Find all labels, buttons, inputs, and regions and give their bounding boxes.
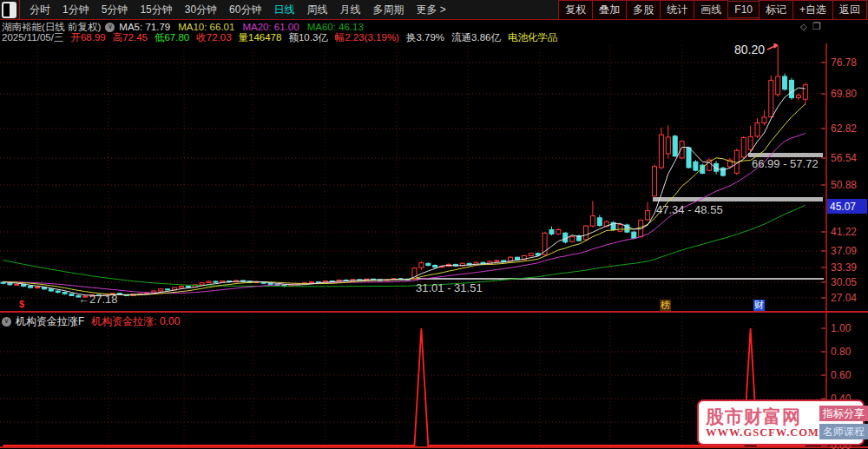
candle-down — [62, 293, 67, 294]
price-axis-label: 69.80 — [831, 88, 857, 100]
candle-down — [597, 218, 602, 226]
candle-up — [762, 117, 766, 123]
toolbar-button-返回[interactable]: 返回 — [832, 0, 867, 20]
candle-up — [803, 85, 807, 100]
price-axis-label: 56.54 — [831, 152, 857, 164]
period-tab-5分钟[interactable]: 5分钟 — [95, 3, 135, 17]
candle-up — [755, 123, 760, 136]
candle-down — [687, 148, 691, 168]
quote-field: 低67.80 — [155, 31, 189, 44]
toolbar-button-统计[interactable]: 统计 — [660, 0, 694, 20]
indicator-header: ∨ 机构资金拉涨F 机构资金拉涨: 0.00 — [2, 314, 180, 329]
high-price-note: 80.20 — [734, 43, 765, 56]
candle-down — [49, 289, 53, 291]
candle-down — [433, 266, 437, 267]
quote-field: 量146478 — [239, 31, 282, 44]
signal-spike-line — [3, 328, 806, 446]
quote-field: 幅2.23(3.19%) — [335, 31, 399, 44]
candle-down — [69, 294, 74, 295]
gap-zone-label: 66.99 - 57.72 — [752, 157, 819, 170]
toolbar-button-复权[interactable]: 复权 — [558, 0, 593, 20]
candle-up — [570, 237, 575, 242]
period-tab-月线[interactable]: 月线 — [333, 3, 366, 17]
candle-up — [207, 281, 211, 283]
candle-up — [15, 284, 19, 285]
price-axis-label: 30.05 — [831, 276, 857, 288]
gap-zone-bar — [414, 278, 824, 280]
toolbar-button-标记[interactable]: 标记 — [759, 0, 793, 20]
candle-up — [741, 138, 746, 157]
price-highlight-label: 45.07 — [830, 201, 856, 213]
signal-axis-label: 1.00 — [831, 322, 852, 334]
candle-up — [200, 283, 204, 285]
main-candlestick-chart[interactable]: 76.7869.8062.8256.5450.8841.2237.0933.39… — [0, 43, 868, 311]
toolbar-button-+自选[interactable]: +自选 — [792, 0, 833, 20]
period-tab-分时[interactable]: 分时 — [23, 3, 56, 17]
candle-down — [166, 289, 170, 290]
candle-down — [426, 263, 431, 265]
dollar-marker[interactable]: $ — [19, 299, 24, 309]
toolbar-button-叠加[interactable]: 叠加 — [592, 0, 627, 20]
candle-up — [556, 230, 561, 234]
signal-axis-label: 0.80 — [831, 346, 852, 358]
candle-up — [159, 289, 163, 291]
period-tab-多周期[interactable]: 多周期 — [366, 3, 410, 17]
quote-date: 2025/11/05/三 — [2, 31, 63, 44]
price-axis-label: 50.88 — [831, 179, 857, 191]
candle-up — [748, 136, 753, 149]
candle-down — [721, 168, 726, 175]
candle-up — [36, 287, 40, 288]
trading-terminal: 分时1分钟5分钟15分钟30分钟60分钟日线周线月线多周期更多 > 复权叠加多股… — [0, 0, 868, 449]
financial-report-marker[interactable]: 财 — [753, 300, 765, 311]
quote-field: 换3.79% — [406, 31, 444, 44]
layout-panes-icon[interactable] — [2, 2, 16, 18]
watermark-badge-teacher-course: 名师课程 — [819, 424, 868, 439]
candle-up — [796, 96, 800, 98]
diamond-icon[interactable]: ◇ — [800, 22, 807, 31]
watermark-site-name: 股市财富网 — [706, 407, 819, 426]
collapse-chevron-icon[interactable]: ∨ — [2, 317, 11, 327]
quote-field: 电池化学品 — [508, 31, 558, 44]
gap-zone-bar — [653, 197, 823, 201]
dragon-tiger-board-marker[interactable]: 榜 — [660, 300, 671, 311]
period-tab-1分钟[interactable]: 1分钟 — [56, 3, 95, 17]
toolbar-button-F10[interactable]: F10 — [727, 1, 760, 18]
candle-down — [56, 291, 60, 293]
price-axis-label: 41.22 — [831, 226, 857, 238]
period-tab-日线[interactable]: 日线 — [267, 3, 300, 17]
panel-separator[interactable] — [0, 311, 868, 313]
panel-bottom-border — [0, 446, 868, 448]
candle-up — [776, 76, 780, 95]
candle-down — [694, 162, 698, 170]
ma5-line — [3, 88, 806, 296]
candle-down — [516, 257, 520, 260]
gap-zone-label: 47.34 - 48.55 — [656, 203, 723, 216]
quote-info-row: 2025/11/05/三 开68.99高72.45低67.80收72.03量14… — [2, 32, 564, 43]
candle-up — [666, 137, 670, 154]
period-tab-15分钟[interactable]: 15分钟 — [134, 3, 178, 17]
quote-field: 流通3.86亿 — [451, 31, 501, 44]
candle-up — [618, 225, 622, 232]
indicator-name[interactable]: 机构资金拉涨F — [16, 314, 84, 329]
candle-up — [179, 287, 183, 288]
price-axis-label: 33.39 — [831, 261, 857, 274]
period-tab-更多 >[interactable]: 更多 > — [410, 3, 451, 17]
toolbar-button-画线[interactable]: 画线 — [694, 0, 728, 20]
toolbar-button-多股[interactable]: 多股 — [626, 0, 661, 20]
period-tab-60分钟[interactable]: 60分钟 — [223, 3, 267, 17]
period-tab-周线[interactable]: 周线 — [300, 3, 333, 17]
candle-down — [783, 76, 787, 89]
candle-down — [214, 281, 218, 282]
candle-down — [268, 283, 273, 284]
candle-down — [8, 283, 12, 285]
price-axis-label: 76.78 — [831, 56, 857, 69]
quote-field: 开68.99 — [70, 31, 105, 44]
period-tab-30分钟[interactable]: 30分钟 — [179, 3, 223, 17]
signal-axis-label: 0.60 — [831, 369, 852, 381]
candle-down — [549, 230, 554, 234]
price-axis-label: 37.09 — [831, 245, 857, 257]
candle-up — [529, 254, 533, 256]
maximize-pane-icon[interactable]: ❐ — [812, 21, 821, 32]
candle-down — [790, 80, 794, 97]
price-axis-label: 27.04 — [831, 292, 857, 304]
